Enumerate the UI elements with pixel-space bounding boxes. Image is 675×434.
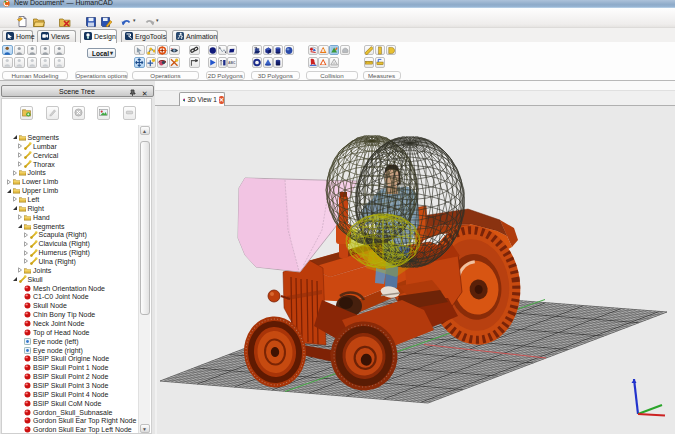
svg-text:A: A (322, 49, 325, 54)
svg-text:ABC: ABC (228, 61, 235, 65)
